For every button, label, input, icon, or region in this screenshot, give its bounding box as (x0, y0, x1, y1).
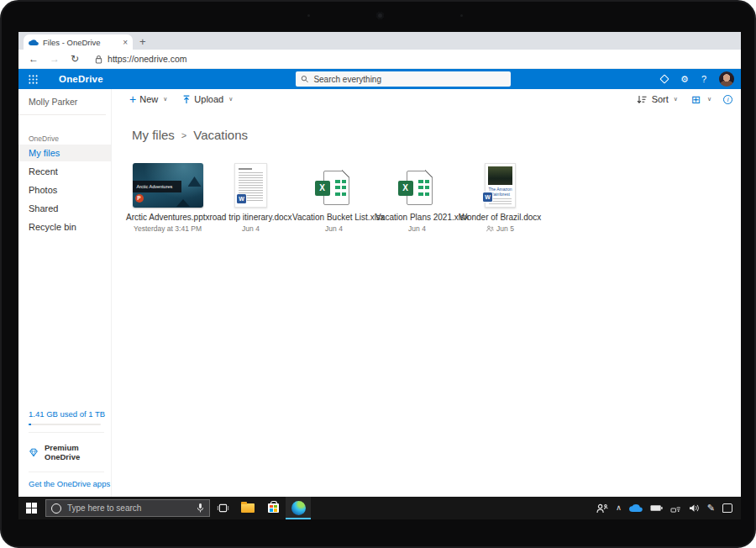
microphone-icon[interactable] (197, 503, 204, 514)
breadcrumb-root[interactable]: My files (132, 128, 175, 142)
volume-icon[interactable] (689, 503, 700, 513)
sidebar-item-photos[interactable]: Photos (18, 182, 111, 198)
get-apps-link[interactable]: Get the OneDrive apps (29, 479, 111, 488)
breadcrumb-separator: > (181, 130, 186, 140)
browser-tab-bar: Files - OneDrive × + (18, 32, 741, 50)
forward-icon[interactable]: → (50, 54, 60, 64)
search-input[interactable] (313, 75, 506, 84)
word-doc-thumbnail: The Amazon Rainforest W (485, 163, 516, 208)
app-launcher-button[interactable] (18, 69, 47, 89)
sidebar-item-recycle-bin[interactable]: Recycle bin (18, 219, 111, 235)
hidden-icons-chevron-icon[interactable]: ∧ (616, 504, 622, 512)
network-icon[interactable] (670, 503, 681, 513)
account-avatar[interactable] (719, 71, 734, 87)
storage-usage-text[interactable]: 1.41 GB used of 1 TB (29, 409, 111, 419)
edge-icon (291, 501, 306, 515)
word-icon: W (237, 194, 246, 203)
file-tile-wonder-of-brazil[interactable]: The Amazon Rainforest W Wonder of Brazil… (459, 160, 542, 233)
chevron-down-icon: ∨ (674, 96, 678, 103)
taskbar-search-box[interactable] (45, 499, 210, 517)
sidebar-item-my-files[interactable]: My files (18, 145, 111, 161)
header-actions: ⚙ ? (661, 69, 734, 89)
excel-icon: X (315, 181, 330, 196)
onedrive-cloud-icon[interactable] (629, 503, 643, 513)
chevron-down-icon: ∨ (163, 96, 167, 103)
chevron-down-icon: ∨ (228, 96, 233, 103)
premium-onedrive-link[interactable]: Premium OneDrive (29, 440, 111, 465)
url-field[interactable]: https://onedrive.com (95, 54, 187, 64)
info-icon[interactable]: i (723, 95, 732, 104)
file-date: Jun 4 (292, 224, 375, 233)
breadcrumb-current: Vacations (193, 128, 248, 142)
start-button[interactable] (18, 497, 44, 519)
sort-button[interactable]: Sort ∨ (652, 94, 678, 104)
people-icon[interactable] (596, 503, 608, 514)
task-view-button[interactable] (210, 497, 235, 519)
page-fold (342, 170, 349, 177)
iceberg-shape (188, 177, 202, 187)
file-tiles: Arctic Adventures P Arctic Adventures.pp… (126, 160, 741, 233)
file-tile-vacation-bucket-list[interactable]: X Vacation Bucket List.xlsx Jun 4 (292, 160, 375, 233)
system-tray: ∧ ✎ (596, 503, 741, 514)
store-icon (268, 503, 279, 513)
waffle-icon (29, 75, 38, 84)
sidebar-item-recent[interactable]: Recent (18, 163, 111, 180)
grid-view-icon[interactable]: ⊞ (691, 94, 701, 105)
excel-file-icon: X (313, 169, 355, 208)
windows-ink-pen-icon[interactable]: ✎ (707, 503, 715, 513)
edge-browser-button[interactable] (286, 497, 311, 519)
file-name: road trip itinerary.docx (209, 213, 292, 222)
file-date: Yesterday at 3:41 PM (126, 224, 209, 233)
file-explorer-button[interactable] (235, 497, 260, 519)
battery-icon[interactable] (650, 504, 663, 512)
onedrive-brand[interactable]: OneDrive (59, 74, 103, 84)
taskbar-search-input[interactable] (67, 503, 191, 513)
sort-icon (637, 95, 647, 104)
new-button[interactable]: + New ∨ (129, 93, 167, 105)
sidebar-divider (18, 114, 106, 115)
windows-logo-icon (26, 503, 37, 514)
microsoft-store-button[interactable] (260, 497, 286, 519)
cortana-icon (51, 503, 61, 514)
upload-label: Upload (194, 94, 223, 104)
tab-close-icon[interactable]: × (123, 38, 128, 47)
sensor-dot-right (460, 14, 463, 17)
spreadsheet-grid (335, 180, 346, 196)
file-date: Jun 4 (375, 224, 459, 233)
new-label: New (139, 94, 158, 104)
sort-label: Sort (652, 94, 669, 104)
back-icon[interactable]: ← (29, 54, 39, 64)
premium-diamond-icon[interactable] (659, 74, 669, 83)
excel-file-icon: X (396, 169, 438, 208)
sidebar-footer: 1.41 GB used of 1 TB Premium OneDrive Ge… (18, 409, 111, 497)
new-tab-button[interactable]: + (139, 35, 146, 48)
powerpoint-icon: P (135, 194, 144, 203)
page-fold (425, 170, 433, 177)
breadcrumb: My files > Vacations (132, 128, 741, 142)
tab-title: Files - OneDrive (43, 38, 118, 47)
settings-gear-icon[interactable]: ⚙ (680, 75, 689, 84)
task-view-icon (217, 503, 229, 514)
excel-icon: X (398, 181, 413, 196)
footer-divider (29, 432, 104, 433)
file-name: Vacation Bucket List.xlsx (292, 213, 375, 222)
file-tile-road-trip-itinerary[interactable]: W road trip itinerary.docx Jun 4 (209, 160, 292, 233)
action-center-icon[interactable] (722, 503, 732, 513)
search-box[interactable] (296, 71, 511, 87)
file-name: Vacation Plans 2021.xlsx (375, 213, 459, 222)
premium-label: Premium OneDrive (45, 443, 111, 461)
browser-address-bar: ← → ↻ https://onedrive.com (18, 50, 741, 69)
file-tile-arctic-adventures[interactable]: Arctic Adventures P Arctic Adventures.pp… (126, 160, 209, 233)
sensor-dot-left (307, 14, 310, 17)
content-area: + New ∨ Upload ∨ (112, 89, 741, 497)
view-controls: Sort ∨ ⊞ ∨ i (637, 94, 732, 105)
main-area: Molly Parker OneDrive My files Recent Ph… (18, 89, 741, 497)
refresh-icon[interactable]: ↻ (71, 54, 79, 64)
help-icon[interactable]: ? (701, 75, 706, 84)
premium-diamond-icon (29, 448, 39, 457)
browser-tab-active[interactable]: Files - OneDrive × (24, 34, 133, 50)
file-name: Wonder of Brazil.docx (459, 213, 542, 222)
upload-button[interactable]: Upload ∨ (182, 94, 233, 104)
sidebar-item-shared[interactable]: Shared (18, 200, 111, 217)
file-tile-vacation-plans-2021[interactable]: X Vacation Plans 2021.xlsx Jun 4 (375, 160, 459, 233)
